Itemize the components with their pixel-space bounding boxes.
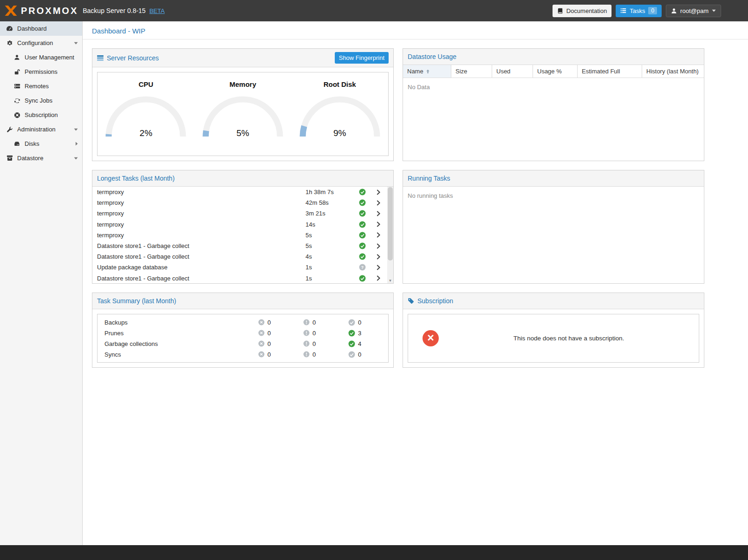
scroll-down-arrow-icon[interactable]: ▼ [387, 279, 393, 283]
user-label: root@pam [680, 7, 709, 14]
open-task-button[interactable] [370, 243, 387, 249]
summary-stat-error: 0 [258, 328, 303, 339]
panel-title: Server Resources [107, 54, 159, 62]
unknown-status-icon: ? [355, 264, 370, 271]
user-menu-button[interactable]: root@pam [666, 5, 721, 17]
open-task-button[interactable] [370, 254, 387, 260]
top-bar: PROXMOX Backup Server 0.8-15 BETA Docume… [0, 0, 748, 21]
task-name: Datastore store1 - Garbage collect [97, 242, 306, 249]
longest-tasks-panel: Longest Tasks (last Month) termproxy1h 3… [92, 170, 394, 284]
documentation-button[interactable]: Documentation [553, 5, 611, 17]
sidebar-item-disks[interactable]: Disks [0, 137, 82, 151]
show-fingerprint-button[interactable]: Show Fingerprint [335, 52, 389, 64]
task-name: Datastore store1 - Garbage collect [97, 275, 306, 282]
brand-text: PROXMOX [21, 6, 78, 16]
ok-status-icon [355, 232, 370, 239]
task-row[interactable]: termproxy42m 58s [92, 197, 387, 208]
error-count: 0 [267, 351, 271, 358]
sidebar-item-administration[interactable]: Administration [0, 122, 82, 137]
open-task-button[interactable] [370, 265, 387, 270]
task-name: termproxy [97, 210, 306, 217]
task-row[interactable]: termproxy3m 21s [92, 208, 387, 219]
ok-status-icon [355, 199, 370, 206]
column-header-used[interactable]: Used [492, 65, 533, 78]
sidebar-item-label: Remotes [25, 83, 78, 90]
task-row[interactable]: termproxy5s [92, 230, 387, 241]
no-subscription-icon: × [423, 330, 439, 346]
ok-status-icon [355, 242, 370, 249]
sidebar-item-label: Dashboard [17, 25, 78, 32]
chevron-down-icon[interactable] [74, 157, 78, 160]
gauges: CPU2%Memory5%Root Disk9% [97, 72, 389, 156]
server-resources-panel: Server Resources Show Fingerprint CPU2%M… [92, 48, 394, 161]
ok-status-icon [355, 275, 370, 282]
summary-row-label: Syncs [104, 349, 258, 360]
summary-stat-ok: 3 [348, 328, 388, 339]
column-header-estimated-full[interactable]: Estimated Full [578, 65, 642, 78]
open-task-button[interactable] [370, 189, 387, 195]
running-tasks-panel: Running Tasks No running tasks [403, 170, 704, 284]
open-task-button[interactable] [370, 275, 387, 281]
task-row[interactable]: Datastore store1 - Garbage collect4s [92, 251, 387, 262]
task-duration: 1h 38m 7s [306, 189, 355, 195]
task-row[interactable]: Datastore store1 - Garbage collect1s [92, 273, 387, 284]
subscription-tag-icon [408, 298, 414, 304]
column-label: Estimated Full [582, 68, 620, 75]
ok-count: 0 [358, 351, 361, 358]
datastore-usage-panel: Datastore Usage NameSizeUsedUsage %Estim… [403, 48, 704, 161]
tasks-label: Tasks [630, 7, 645, 14]
user-icon [13, 54, 21, 60]
column-label: Usage % [537, 68, 562, 75]
sidebar-item-permissions[interactable]: Permissions [0, 65, 82, 79]
panel-title: Longest Tasks (last Month) [97, 175, 175, 182]
sidebar-item-label: Sync Jobs [25, 97, 78, 104]
panel-title: Datastore Usage [408, 53, 456, 60]
ok-status-icon [355, 253, 370, 260]
chevron-down-icon[interactable] [74, 128, 78, 131]
column-header-name[interactable]: Name [403, 65, 451, 78]
scrollbar-thumb[interactable] [388, 187, 393, 260]
longest-tasks-list: termproxy1h 38m 7stermproxy42m 58stermpr… [92, 187, 387, 283]
chevron-right-icon [377, 232, 380, 238]
sidebar-item-datastore[interactable]: Datastore [0, 151, 82, 165]
column-header-usage[interactable]: Usage % [533, 65, 578, 78]
sidebar-item-subscription[interactable]: Subscription [0, 108, 82, 122]
sidebar-item-dashboard[interactable]: Dashboard [0, 21, 82, 36]
task-row[interactable]: Update package database1s? [92, 262, 387, 273]
gauge-cpu: CPU2% [98, 72, 195, 156]
error-icon [258, 351, 265, 358]
chevron-down-icon[interactable] [74, 42, 78, 45]
column-label: Name [407, 68, 423, 75]
sidebar-item-sync-jobs[interactable]: Sync Jobs [0, 93, 82, 108]
sidebar-item-configuration[interactable]: Configuration [0, 36, 82, 50]
ok-count: 0 [358, 319, 361, 326]
task-row[interactable]: Datastore store1 - Garbage collect5s [92, 241, 387, 251]
proxmox-logo-icon [5, 6, 17, 16]
open-task-button[interactable] [370, 221, 387, 227]
task-duration: 1s [306, 264, 355, 271]
warning-count: 0 [312, 319, 316, 326]
empty-text: No Data [408, 84, 430, 91]
sidebar-item-remotes[interactable]: Remotes [0, 79, 82, 93]
longest-tasks-list-wrap: termproxy1h 38m 7stermproxy42m 58stermpr… [92, 187, 393, 283]
empty-text: No running tasks [408, 192, 453, 199]
beta-link[interactable]: BETA [150, 7, 165, 14]
summary-stat-error: 0 [258, 317, 303, 328]
sidebar-item-user-management[interactable]: User Management [0, 50, 82, 65]
task-row[interactable]: termproxy1h 38m 7s [92, 187, 387, 197]
task-duration: 42m 58s [306, 199, 355, 206]
warning-icon [303, 340, 310, 347]
panel-title: Subscription [417, 297, 453, 305]
task-row[interactable]: termproxy14s [92, 219, 387, 230]
column-header-size[interactable]: Size [451, 65, 492, 78]
column-header-history-last-month[interactable]: History (last Month) [642, 65, 704, 78]
gauge-arc: 2% [102, 92, 190, 139]
scrollbar[interactable]: ▼ [387, 187, 393, 283]
gears-icon [6, 40, 13, 46]
open-task-button[interactable] [370, 211, 387, 216]
open-task-button[interactable] [370, 200, 387, 206]
chevron-right-icon[interactable] [75, 142, 78, 146]
gauge-label: Root Disk [324, 80, 356, 88]
tasks-button[interactable]: Tasks 0 [616, 5, 662, 17]
open-task-button[interactable] [370, 232, 387, 238]
